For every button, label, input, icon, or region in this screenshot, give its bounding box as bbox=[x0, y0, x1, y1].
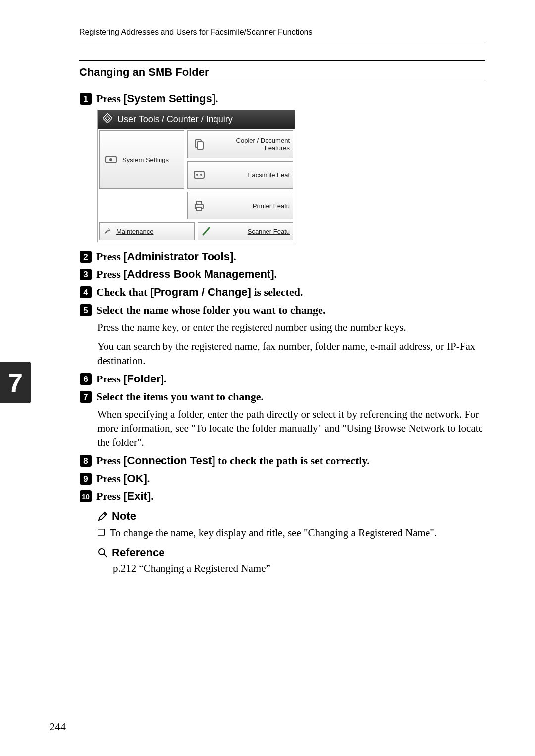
note-heading-text: Note bbox=[112, 510, 136, 523]
ui-tile-label: System Settings bbox=[122, 156, 181, 163]
ui-label: [Administrator Tools] bbox=[123, 250, 233, 263]
step-number-icon: 10 bbox=[79, 490, 92, 503]
step-text: Select the items you want to change. bbox=[96, 390, 264, 403]
step-number-icon: 2 bbox=[79, 250, 92, 263]
step-prefix: Press bbox=[96, 250, 123, 263]
page-number: 244 bbox=[50, 720, 66, 733]
ui-screenshot: User Tools / Counter / Inquiry System Se… bbox=[97, 110, 295, 242]
svg-text:10: 10 bbox=[82, 493, 90, 501]
step-prefix: Select the items you want to change. bbox=[96, 390, 264, 403]
step-text: Press [Address Book Management]. bbox=[96, 268, 277, 281]
step-3: 3 Press [Address Book Management]. bbox=[79, 268, 485, 281]
svg-text:2: 2 bbox=[83, 252, 88, 262]
ui-label: [OK] bbox=[123, 472, 147, 485]
svg-text:1: 1 bbox=[83, 94, 88, 104]
svg-text:9: 9 bbox=[83, 474, 88, 484]
svg-rect-3 bbox=[105, 116, 110, 121]
step-prefix: Press bbox=[96, 490, 123, 502]
ui-tile-label: Copier / Document Features bbox=[211, 137, 290, 152]
ui-tile-label: Facsimile Feat bbox=[211, 171, 290, 179]
ui-tile-maintenance[interactable]: Maintenance bbox=[99, 222, 195, 240]
ui-label: [Exit] bbox=[123, 490, 151, 502]
step-number-icon: 9 bbox=[79, 472, 92, 485]
note-bullet-text: To change the name, key display and titl… bbox=[110, 526, 437, 540]
ui-tile-scanner[interactable]: Scanner Featu bbox=[198, 222, 293, 240]
chapter-thumb-tab: 7 bbox=[0, 362, 31, 403]
ui-label: [Program / Change] bbox=[150, 286, 251, 298]
svg-text:5: 5 bbox=[83, 306, 88, 315]
step-suffix: . bbox=[151, 490, 154, 502]
step-suffix: is selected. bbox=[251, 286, 303, 298]
step-text: Check that [Program / Change] is selecte… bbox=[96, 286, 303, 299]
section-heading: Changing an SMB Folder bbox=[79, 60, 485, 83]
step-suffix: . bbox=[147, 472, 150, 485]
note-heading: Note bbox=[97, 510, 485, 523]
step-number-icon: 3 bbox=[79, 268, 92, 281]
step-number-icon: 5 bbox=[79, 304, 92, 317]
step-body: When specifying a folder, enter the path… bbox=[97, 407, 485, 449]
settings-icon bbox=[103, 151, 119, 168]
step-number-icon: 7 bbox=[79, 390, 92, 403]
svg-point-5 bbox=[109, 158, 112, 161]
reference-heading: Reference bbox=[97, 546, 485, 559]
copier-icon bbox=[191, 136, 208, 153]
ui-tile-copier[interactable]: Copier / Document Features bbox=[187, 130, 293, 158]
step-9: 9 Press [OK]. bbox=[79, 472, 485, 485]
svg-text:8: 8 bbox=[83, 456, 88, 466]
step-body: You can search by the registered name, f… bbox=[97, 339, 485, 368]
step-prefix: Select the name whose folder you want to… bbox=[96, 304, 325, 316]
step-number-icon: 8 bbox=[79, 454, 92, 467]
step-6: 6 Press [Folder]. bbox=[79, 373, 485, 385]
step-5: 5 Select the name whose folder you want … bbox=[79, 304, 485, 368]
ui-label: [Address Book Management] bbox=[123, 268, 274, 280]
ui-tile-printer[interactable]: Printer Featu bbox=[187, 192, 293, 219]
step-text: Press [Connection Test] to check the pat… bbox=[96, 454, 370, 467]
bullet-icon: ❒ bbox=[97, 526, 105, 540]
step-text: Press [System Settings]. bbox=[96, 92, 218, 105]
step-text: Press [Exit]. bbox=[96, 490, 154, 503]
svg-line-33 bbox=[104, 554, 107, 557]
ui-tile-facsimile[interactable]: Facsimile Feat bbox=[187, 161, 293, 189]
reference-heading-text: Reference bbox=[112, 546, 164, 559]
step-10: 10 Press [Exit]. bbox=[79, 490, 485, 503]
svg-point-32 bbox=[99, 549, 105, 555]
svg-text:7: 7 bbox=[83, 392, 88, 402]
ui-titlebar: User Tools / Counter / Inquiry bbox=[98, 110, 295, 129]
ui-label: [Connection Test] bbox=[123, 454, 215, 467]
scanner-icon bbox=[201, 226, 212, 237]
diamond-icon bbox=[103, 113, 112, 126]
ui-tile-system-settings[interactable]: System Settings bbox=[99, 130, 184, 189]
step-suffix: . bbox=[274, 268, 277, 280]
svg-text:6: 6 bbox=[83, 375, 88, 384]
wrench-icon bbox=[103, 226, 113, 237]
ui-tile-label: Printer Featu bbox=[211, 202, 290, 210]
step-4: 4 Check that [Program / Change] is selec… bbox=[79, 286, 485, 299]
step-8: 8 Press [Connection Test] to check the p… bbox=[79, 454, 485, 467]
step-number-icon: 6 bbox=[79, 373, 92, 385]
step-suffix: . bbox=[215, 92, 218, 105]
note-bullet: ❒ To change the name, key display and ti… bbox=[97, 526, 485, 540]
step-prefix: Press bbox=[96, 268, 123, 280]
ui-title-text: User Tools / Counter / Inquiry bbox=[117, 114, 233, 125]
step-7: 7 Select the items you want to change. W… bbox=[79, 390, 485, 449]
step-prefix: Press bbox=[96, 373, 123, 385]
ui-tile-label: Scanner Featu bbox=[215, 228, 290, 235]
step-2: 2 Press [Administrator Tools]. bbox=[79, 250, 485, 263]
running-head: Registering Addresses and Users for Facs… bbox=[79, 28, 485, 40]
svg-rect-8 bbox=[194, 171, 204, 178]
step-text: Press [OK]. bbox=[96, 472, 150, 485]
step-text: Select the name whose folder you want to… bbox=[96, 304, 325, 317]
reference-body: p.212 “Changing a Registered Name” bbox=[113, 562, 485, 575]
ui-tile-label: Maintenance bbox=[116, 228, 191, 235]
pencil-icon bbox=[97, 511, 108, 522]
magnifier-icon bbox=[97, 547, 108, 558]
step-suffix: . bbox=[233, 250, 236, 263]
svg-rect-13 bbox=[197, 207, 202, 210]
step-prefix: Check that bbox=[96, 286, 150, 298]
svg-point-10 bbox=[200, 174, 202, 176]
step-prefix: Press bbox=[96, 454, 123, 467]
step-prefix: Press bbox=[96, 92, 123, 105]
step-number-icon: 4 bbox=[79, 286, 92, 299]
svg-point-9 bbox=[196, 174, 198, 176]
fax-icon bbox=[191, 166, 208, 183]
